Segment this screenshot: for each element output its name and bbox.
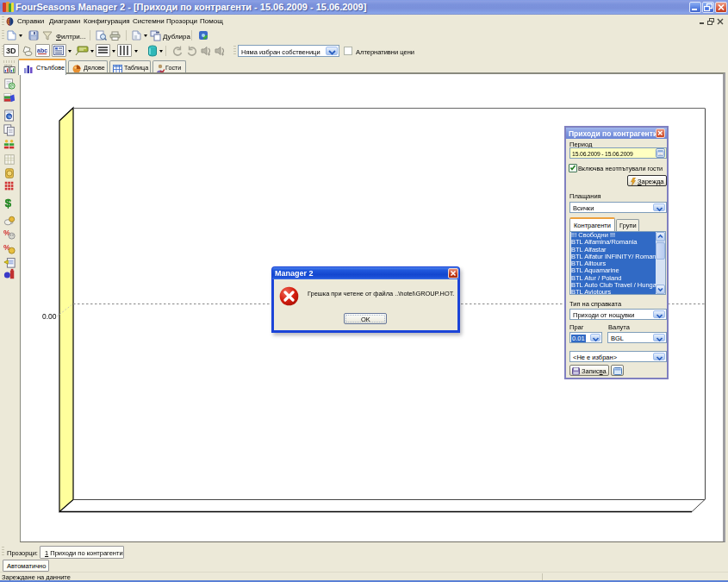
svg-text:0.00: 0.00 bbox=[42, 312, 57, 321]
svg-text:12 13: 12 13 bbox=[4, 65, 12, 68]
svg-text:3D: 3D bbox=[6, 47, 16, 54]
svg-text:abc: abc bbox=[37, 47, 47, 53]
svg-text:$: $ bbox=[5, 197, 12, 209]
svg-text:%: % bbox=[8, 115, 11, 119]
